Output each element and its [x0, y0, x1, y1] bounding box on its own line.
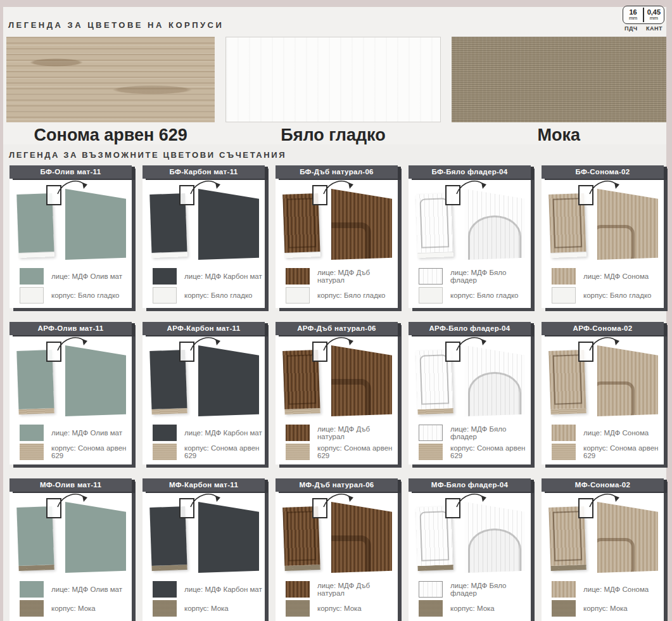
door-panel-detail — [592, 538, 635, 575]
combo-card-title: БФ-Карбон мат-11 — [143, 165, 265, 179]
combo-card-title: БФ-Дъб натурал-06 — [276, 165, 398, 179]
door-detail-view — [65, 189, 126, 260]
door-panel-detail — [468, 215, 521, 262]
board-thickness: 16 mm — [623, 8, 643, 22]
card-legend: лице: МДФ Дъб натурал корпус: Сонома арв… — [276, 419, 398, 461]
door-panel-detail — [327, 535, 371, 575]
combo-card-title: МФ-Олив мат-11 — [10, 478, 132, 492]
card-legend: лице: МДФ Олив мат корпус: Сонома арвен … — [10, 419, 132, 461]
face-color-swatch — [552, 425, 576, 441]
door-detail-view — [597, 189, 658, 260]
card-legend: лице: МДФ Сонома корпус: Мока — [542, 575, 664, 618]
zoom-arrow-icon — [588, 335, 621, 352]
body-label: корпус: Мока — [51, 605, 96, 612]
body-color-swatch — [286, 444, 310, 460]
face-label: лице: МДФ Бяло фладер — [450, 425, 531, 440]
door-detail-view — [597, 345, 658, 416]
body-label: корпус: Сонома арвен 629 — [583, 444, 664, 459]
combo-card-title: МФ-Дъб натурал-06 — [276, 478, 398, 492]
face-label: лице: МДФ Олив мат — [51, 586, 122, 593]
body-color-labels: Сонома арвен 629 Бяло гладко Мока — [3, 122, 666, 145]
body-label: корпус: Бяло гладко — [317, 291, 385, 299]
door-preview — [542, 335, 664, 419]
door-preview — [276, 335, 398, 419]
body-colors-title: ЛЕГЕНДА ЗА ЦВЕТОВЕ НА КОРПУСИ — [3, 7, 666, 35]
door-detail-view — [464, 502, 525, 573]
door-detail-view — [198, 502, 259, 573]
combo-card-title: МФ-Бяло фладер-04 — [409, 478, 531, 492]
zoom-arrow-icon — [322, 179, 355, 195]
door-preview — [143, 492, 265, 575]
combo-card-title: БФ-Олив мат-11 — [10, 165, 132, 179]
door-panel-detail — [468, 528, 521, 575]
door-preview — [10, 492, 132, 575]
body-color-swatch — [419, 600, 443, 617]
body-label: корпус: Бяло гладко — [450, 291, 518, 299]
face-label: лице: МДФ Карбон мат — [184, 272, 262, 280]
door-preview — [409, 335, 531, 419]
face-label: лице: МДФ Карбон мат — [184, 586, 262, 593]
zoom-arrow-icon — [588, 179, 621, 195]
door-preview — [542, 179, 664, 262]
combo-card-title: МФ-Карбон мат-11 — [143, 478, 265, 492]
body-label: корпус: Мока — [450, 605, 495, 612]
zoom-arrow-icon — [322, 335, 355, 352]
card-legend: лице: МДФ Дъб натурал корпус: Мока — [276, 575, 398, 618]
combinations-section: ЛЕГЕНДА ЗА ВЪЗМОЖНИТЕ ЦВЕТОВИ СЪЧЕТАНИЯ … — [3, 144, 666, 621]
card-legend: лице: МДФ Олив мат корпус: Мока — [10, 575, 132, 618]
body-label: корпус: Мока — [184, 605, 229, 612]
combo-card: БФ-Сонома-02 лице: МДФ Сонома корпус: Бя… — [542, 165, 664, 308]
face-color-swatch — [286, 581, 310, 598]
door-panel-detail — [327, 379, 371, 419]
body-color-swatch — [552, 600, 576, 617]
face-label: лице: МДФ Сонома — [583, 429, 649, 437]
body-label: корпус: Мока — [317, 605, 362, 612]
face-color-swatch — [20, 268, 44, 285]
door-panel-detail — [592, 381, 635, 419]
board-thickness-unit: mm — [623, 16, 643, 21]
combo-card: АРФ-Карбон мат-11 лице: МДФ Карбон мат к… — [143, 322, 265, 464]
combo-card: МФ-Дъб натурал-06 лице: МДФ Дъб натурал … — [276, 478, 398, 621]
card-legend: лице: МДФ Карбон мат корпус: Мока — [143, 575, 265, 618]
door-detail-view — [331, 345, 392, 416]
catalog-page: ЛЕГЕНДА ЗА ЦВЕТОВЕ НА КОРПУСИ 16 mm 0,45… — [0, 0, 672, 621]
body-color-swatch — [419, 444, 443, 460]
zoom-arrow-icon — [56, 179, 89, 195]
door-detail-view — [597, 502, 658, 573]
zoom-arrow-icon — [56, 335, 89, 352]
zoom-arrow-icon — [455, 335, 488, 352]
body-label: корпус: Сонома арвен 629 — [450, 444, 531, 459]
face-label: лице: МДФ Сонома — [583, 272, 649, 280]
face-color-swatch — [20, 425, 44, 441]
combo-card: МФ-Олив мат-11 лице: МДФ Олив мат корпус… — [10, 478, 132, 621]
card-legend: лице: МДФ Дъб натурал корпус: Бяло гладк… — [276, 262, 398, 305]
swatch-label-sonoma-arven: Сонома арвен 629 — [6, 122, 215, 145]
zoom-arrow-icon — [189, 335, 222, 352]
face-color-swatch — [153, 581, 177, 598]
face-label: лице: МДФ Дъб натурал — [317, 425, 398, 440]
combo-card: БФ-Олив мат-11 лице: МДФ Олив мат корпус… — [10, 165, 132, 308]
face-color-swatch — [286, 425, 310, 441]
edge-thickness: 0,45 mm — [644, 8, 664, 22]
combo-card: АРФ-Бяло фладер-04 лице: МДФ Бяло фладер… — [409, 322, 531, 464]
swatch-label-moka: Мока — [452, 122, 666, 145]
body-color-swatch — [419, 287, 443, 304]
door-preview — [542, 492, 664, 575]
edge-label: КАНТ — [646, 25, 662, 32]
door-detail-view — [464, 345, 525, 416]
combo-card-title: АРФ-Олив мат-11 — [10, 322, 132, 335]
door-detail-view — [65, 502, 126, 573]
door-detail-view — [331, 189, 392, 260]
door-panel-detail — [468, 372, 521, 419]
door-preview — [143, 179, 265, 262]
edge-thickness-unit: mm — [644, 16, 664, 21]
face-color-swatch — [419, 581, 443, 598]
face-color-swatch — [153, 268, 177, 285]
combo-card-title: АРФ-Сонома-02 — [542, 322, 664, 335]
zoom-arrow-icon — [455, 492, 488, 508]
face-label: лице: МДФ Дъб натурал — [317, 582, 398, 597]
face-color-swatch — [153, 425, 177, 441]
face-color-swatch — [552, 581, 576, 598]
body-label: корпус: Мока — [583, 605, 628, 612]
edge-spec-values: 16 mm 0,45 mm — [623, 6, 664, 24]
